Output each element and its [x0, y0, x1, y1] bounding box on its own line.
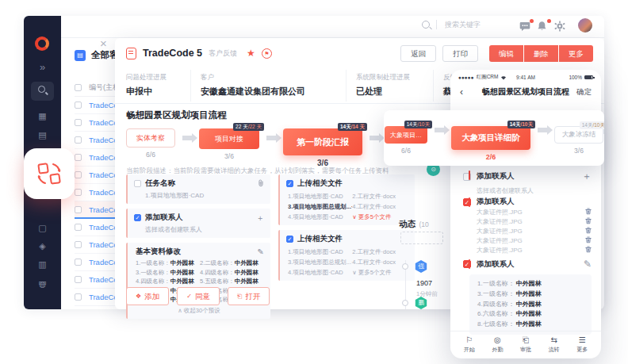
stage-card[interactable]: 第一阶段汇报14天/14 天	[283, 128, 362, 155]
close-icon[interactable]: ×	[100, 38, 107, 49]
file-item[interactable]: 4.项目地地形图·CAD	[288, 213, 352, 221]
stage-card[interactable]: 大象项目详细阶14天/10天	[451, 126, 530, 150]
print-button[interactable]: 打印	[442, 45, 478, 62]
row-checkbox[interactable]	[75, 259, 82, 266]
trash-icon[interactable]	[585, 208, 592, 216]
task-title: 上传相关文件	[297, 178, 343, 189]
pencil-icon[interactable]: ✎	[258, 248, 264, 256]
file-item[interactable]: 2.工程文件·docx	[352, 247, 408, 256]
drop-icon[interactable]: ◈	[24, 240, 61, 251]
pipeline-stage[interactable]: 实体考察6/6	[126, 122, 175, 159]
collapse-icon[interactable]: »	[24, 62, 61, 73]
file-item[interactable]: 4.工程文件·docx	[352, 202, 408, 211]
task-checkbox[interactable]: ✓	[286, 236, 293, 243]
trash-icon[interactable]	[585, 236, 592, 245]
task-subtext: 选择或者创建联系人	[145, 225, 264, 234]
pipeline-stage[interactable]: 大象项目…14天/10天6/6	[385, 120, 427, 155]
start-button[interactable]: ⚐开始	[464, 336, 475, 354]
file-item[interactable]: 2.工程文件·docx	[352, 192, 408, 201]
confirm-button[interactable]: 确定	[576, 87, 592, 98]
row-checkbox[interactable]	[75, 119, 82, 126]
pipeline-stage[interactable]: 大象冰冻结14天/10天3/6	[554, 120, 603, 155]
row-checkbox[interactable]	[75, 102, 82, 109]
file-item[interactable]: 3.项目地地形图总规划...·CAD	[288, 258, 352, 266]
paperclip-icon[interactable]	[258, 179, 264, 189]
row-checkbox[interactable]	[75, 154, 82, 161]
approve-button[interactable]: ⎗审批	[520, 336, 531, 354]
bell-icon[interactable]	[537, 21, 550, 33]
global-search[interactable]	[422, 20, 511, 29]
activity-input[interactable]	[400, 232, 443, 244]
document-icon[interactable]: ▤	[24, 129, 61, 140]
stage-card[interactable]: 大象项目…14天/10天	[385, 126, 427, 144]
task-checkbox[interactable]: ✓	[286, 180, 293, 187]
user-avatar[interactable]	[578, 18, 592, 33]
pencil-icon[interactable]: ✎	[584, 259, 592, 270]
transfer-button[interactable]: ⇆流转	[549, 336, 560, 354]
file-item[interactable]: 4.项目地地形图·CAD	[288, 268, 352, 277]
collapse-presets-link[interactable]: ∧ 收起30个预设	[134, 307, 264, 315]
pipeline-stage[interactable]: 第一阶段汇报14天/14 天3/6	[283, 122, 362, 167]
more-button[interactable]: 更多	[559, 45, 593, 62]
transfer-icon: ⇆	[550, 336, 557, 344]
task-checkbox[interactable]	[134, 180, 141, 187]
phone-file-item[interactable]: 大象证件照.JPG	[477, 246, 592, 255]
row-checkbox[interactable]	[75, 189, 82, 196]
plus-icon[interactable]: ＋	[256, 214, 264, 222]
fieldwork-button[interactable]: ◎外勤	[492, 336, 503, 354]
building-icon[interactable]: ▦	[24, 110, 61, 121]
message-icon[interactable]	[519, 21, 532, 33]
stage-card[interactable]: 大象冰冻结14天/10天	[554, 126, 603, 144]
more-files-link[interactable]: ∨ 更多5个文件	[352, 268, 408, 277]
back-button[interactable]: 返回	[400, 45, 436, 62]
stage-duration-badge: 14天/10天	[580, 121, 604, 129]
help-icon[interactable]: ◍	[24, 279, 61, 290]
stage-card[interactable]: 实体考察	[126, 128, 175, 148]
file-item[interactable]: 1.项目地地形图·CAD	[288, 192, 352, 201]
edit-button[interactable]: 编辑	[489, 45, 523, 62]
detail-header: TradeCode 5 客户反馈 ★ ⚑ 返回 打印 编辑 删除 更多	[115, 38, 604, 68]
plus-icon[interactable]: ＋	[582, 170, 592, 183]
trash-icon[interactable]	[585, 246, 592, 255]
fieldwork-icon: ◎	[494, 336, 501, 344]
row-checkbox[interactable]	[75, 276, 82, 283]
trash-icon[interactable]	[585, 227, 592, 236]
star-icon[interactable]: ★	[247, 48, 255, 59]
file-item[interactable]: 1.项目地地形图·CAD	[288, 247, 352, 256]
sidebar-search-button[interactable]	[31, 82, 54, 101]
agree-button[interactable]: ✓同意	[177, 287, 220, 305]
task-section-header: 基本资料修改✎	[134, 247, 264, 257]
file-item[interactable]: 3.项目地地形图总规划...·CAD	[288, 202, 352, 211]
phone-nav-bar: ‹ 畅想园景区规划项目流程 确定	[450, 82, 601, 102]
section-accent	[469, 197, 470, 207]
gear-icon[interactable]	[554, 21, 567, 33]
row-checkbox[interactable]	[75, 136, 82, 144]
flag-ring-icon[interactable]: ⚑	[262, 48, 272, 59]
row-checkbox[interactable]	[75, 171, 82, 178]
pipeline-stage[interactable]: 项目对接22 天/22 天3/6	[199, 122, 259, 160]
calendar-icon[interactable]: ▥	[24, 259, 61, 270]
row-checkbox[interactable]	[75, 206, 82, 213]
more-button[interactable]: ☰更多	[576, 336, 588, 354]
row-checkbox[interactable]	[75, 241, 82, 248]
file-item[interactable]: 4.工程文件·docx	[352, 258, 408, 266]
add-button[interactable]: ❖添加	[126, 287, 169, 305]
row-checkbox[interactable]	[75, 224, 82, 231]
open-button[interactable]: ⎗打开	[228, 287, 270, 305]
phone-file-item[interactable]: 大象证件照.JPG	[477, 216, 592, 226]
select-all-checkbox[interactable]	[75, 84, 82, 91]
phone-file-item[interactable]: 大象证件照.JPG	[477, 236, 592, 246]
pipeline-stage[interactable]: 大象项目详细阶14天/10天2/6	[451, 120, 530, 161]
phone-file-item[interactable]: 大象证件照.JPG	[477, 207, 592, 216]
task-checkbox[interactable]: ✓	[134, 214, 141, 221]
delete-button[interactable]: 删除	[524, 45, 558, 62]
box-icon[interactable]: ▢	[24, 222, 61, 233]
trash-icon[interactable]	[585, 217, 592, 226]
stage-card[interactable]: 项目对接22 天/22 天	[199, 128, 259, 149]
task-section-header: ✓上传相关文件	[286, 178, 408, 189]
info-cell: 5.五级名称：中外园林	[200, 278, 264, 286]
phone-file-item[interactable]: 大象证件照.JPG	[477, 226, 592, 236]
row-checkbox[interactable]	[75, 293, 82, 301]
search-input[interactable]	[443, 20, 511, 29]
sync-cubes-badge[interactable]	[24, 148, 75, 199]
